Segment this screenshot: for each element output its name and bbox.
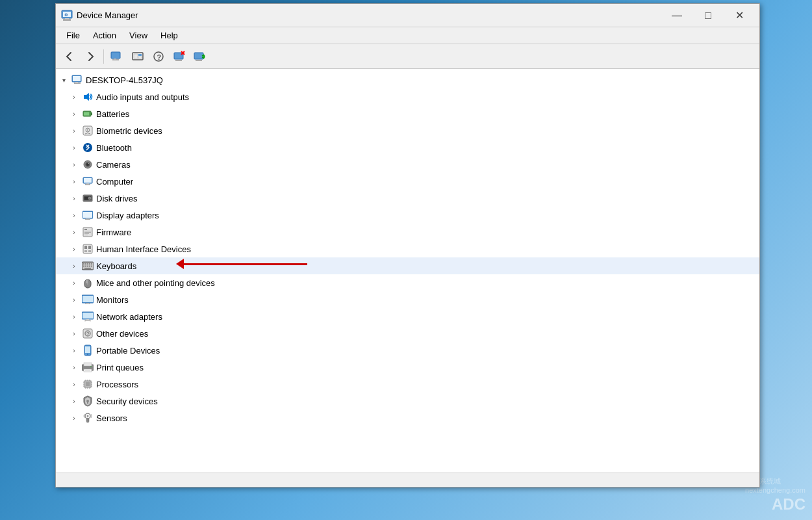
toolbar: ? <box>56 44 759 69</box>
bluetooth-item[interactable]: › Bluetooth <box>56 139 759 156</box>
monitors-item[interactable]: › Monitors <box>56 291 759 308</box>
print-expand[interactable]: › <box>69 362 79 372</box>
cameras-item[interactable]: › Cameras <box>56 156 759 173</box>
portable-expand[interactable]: › <box>69 345 79 356</box>
mice-item[interactable]: › Mice and other pointing devices <box>56 274 759 291</box>
audio-item[interactable]: › Audio inputs and outputs <box>56 88 759 105</box>
help-button[interactable]: ? <box>149 47 168 66</box>
display-expand[interactable]: › <box>69 210 79 220</box>
svg-rect-81 <box>82 313 93 318</box>
disk-item[interactable]: › Disk drives <box>56 190 759 207</box>
update-driver-button[interactable] <box>128 47 147 66</box>
network-expand[interactable]: › <box>69 311 79 322</box>
batteries-expand[interactable]: › <box>69 109 79 119</box>
svg-point-31 <box>83 143 92 152</box>
watermark-adc: ADC <box>772 495 806 514</box>
svg-rect-51 <box>84 231 91 231</box>
keyboards-expand[interactable]: › <box>69 261 79 271</box>
close-button[interactable]: ✕ <box>724 6 754 25</box>
sensors-item[interactable]: › Sensors <box>56 410 759 426</box>
forward-button[interactable] <box>81 47 100 66</box>
audio-expand[interactable]: › <box>69 92 79 102</box>
svg-rect-66 <box>91 263 92 265</box>
svg-rect-99 <box>86 382 90 386</box>
svg-rect-2 <box>65 18 69 20</box>
mice-expand[interactable]: › <box>69 278 79 288</box>
svg-rect-68 <box>85 266 86 267</box>
firmware-item[interactable]: › Firmware <box>56 224 759 240</box>
root-node[interactable]: ▾ DESKTOP-4L537JQ <box>56 72 759 88</box>
biometric-expand[interactable]: › <box>69 125 79 136</box>
minimize-button[interactable]: — <box>662 6 692 25</box>
properties-button[interactable] <box>107 47 127 66</box>
svg-rect-48 <box>86 218 90 219</box>
sensors-icon <box>82 412 94 424</box>
hid-expand[interactable]: › <box>69 244 79 254</box>
portable-icon <box>82 344 94 356</box>
svg-rect-77 <box>82 296 93 302</box>
processors-label: Processors <box>96 380 138 389</box>
svg-point-96 <box>90 366 92 367</box>
other-expand[interactable]: › <box>69 328 79 339</box>
svg-rect-67 <box>83 266 84 267</box>
mice-label: Mice and other pointing devices <box>96 278 215 288</box>
svg-rect-90 <box>85 346 90 353</box>
print-icon <box>82 361 94 373</box>
batteries-item[interactable]: › Batteries <box>56 105 759 122</box>
content-area: ▾ DESKTOP-4L537JQ › <box>56 69 759 473</box>
svg-rect-11 <box>138 57 142 58</box>
keyboards-item[interactable]: › <box>56 257 759 274</box>
svg-rect-70 <box>89 266 90 267</box>
disk-icon <box>82 192 94 204</box>
computer-item[interactable]: › Computer <box>56 173 759 190</box>
scan-hardware-button[interactable] <box>190 47 210 66</box>
sensors-expand[interactable]: › <box>69 413 79 423</box>
computer-device-icon <box>82 176 94 187</box>
print-item[interactable]: › Print queues <box>56 359 759 376</box>
processors-item[interactable]: › <box>56 376 759 393</box>
hid-item[interactable]: › Human Interface Devices <box>56 240 759 257</box>
menu-help[interactable]: Help <box>154 29 184 42</box>
display-item[interactable]: › Display adapters <box>56 207 759 224</box>
svg-marker-24 <box>84 93 89 101</box>
back-button[interactable] <box>60 47 79 66</box>
firmware-expand[interactable]: › <box>69 227 79 237</box>
svg-rect-50 <box>84 229 87 230</box>
biometric-item[interactable]: › Biometric devices <box>56 122 759 139</box>
device-tree[interactable]: ▾ DESKTOP-4L537JQ › <box>56 69 759 473</box>
computer-expand[interactable]: › <box>69 176 79 187</box>
uninstall-button[interactable] <box>170 47 189 66</box>
svg-point-35 <box>88 163 89 164</box>
keyboards-label: Keyboards <box>96 261 136 271</box>
network-item[interactable]: › Network adapters <box>56 308 759 325</box>
svg-rect-10 <box>138 54 142 56</box>
bluetooth-expand[interactable]: › <box>69 142 79 153</box>
other-icon: ? <box>82 328 94 339</box>
svg-rect-39 <box>86 183 89 185</box>
menu-view[interactable]: View <box>123 29 154 42</box>
svg-rect-18 <box>194 53 203 59</box>
menu-file[interactable]: File <box>60 29 86 42</box>
root-expand[interactable]: ▾ <box>58 75 69 85</box>
monitors-expand[interactable]: › <box>69 294 79 305</box>
other-item[interactable]: › ? Other devices <box>56 325 759 342</box>
cameras-icon <box>82 159 94 170</box>
menu-bar: File Action View Help <box>56 27 759 44</box>
hid-label: Human Interface Devices <box>96 244 191 254</box>
audio-icon <box>82 91 94 103</box>
keyboards-icon <box>82 260 94 272</box>
svg-rect-46 <box>83 212 92 218</box>
svg-rect-53 <box>84 233 89 234</box>
maximize-button[interactable]: □ <box>693 6 723 25</box>
security-expand[interactable]: › <box>69 396 79 406</box>
processors-expand[interactable]: › <box>69 379 79 389</box>
menu-action[interactable]: Action <box>86 29 123 42</box>
title-bar: ⚙ Device Manager — □ ✕ <box>56 4 759 27</box>
security-item[interactable]: › Security devices <box>56 393 759 410</box>
svg-rect-9 <box>134 54 138 58</box>
svg-rect-37 <box>84 178 92 183</box>
portable-item[interactable]: › Portable Devices <box>56 342 759 359</box>
disk-label: Disk drives <box>96 194 138 203</box>
disk-expand[interactable]: › <box>69 193 79 203</box>
cameras-expand[interactable]: › <box>69 159 79 170</box>
